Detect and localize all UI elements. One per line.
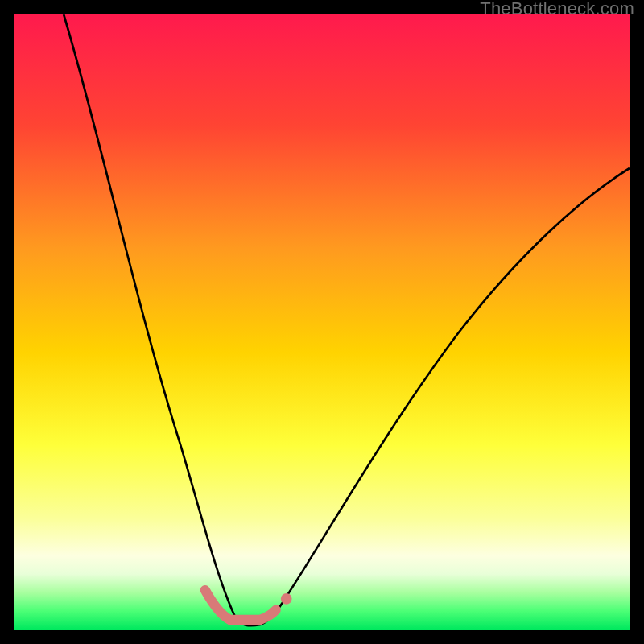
bottleneck-curve-svg — [14, 14, 630, 630]
chart-frame — [14, 14, 630, 630]
optimum-marker-end-dot — [281, 593, 292, 605]
optimum-marker — [205, 590, 276, 620]
watermark-text: TheBottleneck.com — [480, 0, 634, 19]
bottleneck-curve-line — [64, 14, 630, 625]
